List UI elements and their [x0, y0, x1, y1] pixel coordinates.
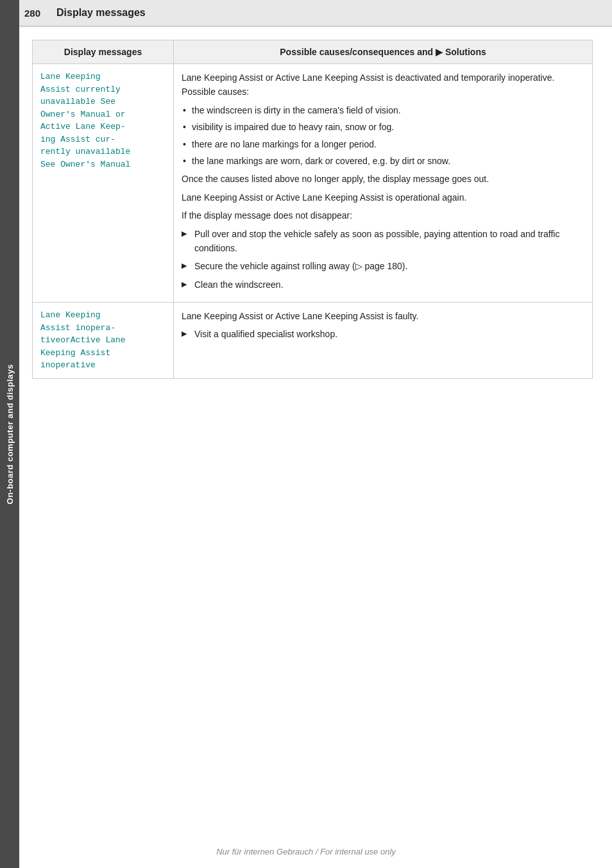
causes-para1: Once the causes listed above no longer a…: [182, 172, 584, 186]
display-message-text: Lane KeepingAssist inopera-tiveorActive …: [40, 310, 126, 370]
display-message-cell: Lane KeepingAssist inopera-tiveorActive …: [33, 303, 174, 379]
header-title: Display messages: [56, 7, 146, 19]
causes-arrow-list: Pull over and stop the vehicle safely as…: [182, 227, 584, 292]
list-item: Secure the vehicle against rolling away …: [182, 259, 584, 273]
list-item: there are no lane markings for a longer …: [182, 137, 584, 151]
main-wrapper: 280 Display messages Display messages Po…: [19, 0, 612, 392]
causes-cell: Lane Keeping Assist or Active Lane Keepi…: [174, 303, 593, 379]
causes-para3: If the display message does not disappea…: [182, 208, 584, 222]
list-item: Visit a qualified specialist workshop.: [182, 327, 584, 341]
causes-intro: Lane Keeping Assist or Active Lane Keepi…: [182, 71, 584, 99]
list-item: visibility is impaired due to heavy rain…: [182, 120, 584, 134]
causes-arrow-list: Visit a qualified specialist workshop.: [182, 327, 584, 341]
display-message-text: Lane KeepingAssist currentlyunavailable …: [40, 72, 130, 169]
list-item: Pull over and stop the vehicle safely as…: [182, 227, 584, 256]
causes-para2: Lane Keeping Assist or Active Lane Keepi…: [182, 190, 584, 204]
list-item: the windscreen is dirty in the camera's …: [182, 103, 584, 117]
table-header-row: Display messages Possible causes/consequ…: [33, 40, 593, 64]
footer-text: Nur für internen Gebrauch / For internal…: [216, 847, 396, 856]
sidebar-label: On-board computer and displays: [5, 364, 15, 505]
footer: Nur für internen Gebrauch / For internal…: [0, 847, 612, 856]
causes-intro: Lane Keeping Assist or Active Lane Keepi…: [182, 309, 584, 323]
content-area: Display messages Possible causes/consequ…: [19, 27, 612, 392]
table-row: Lane KeepingAssist inopera-tiveorActive …: [33, 303, 593, 379]
causes-bullet-list: the windscreen is dirty in the camera's …: [182, 103, 584, 169]
header-bar: 280 Display messages: [19, 0, 612, 27]
causes-cell: Lane Keeping Assist or Active Lane Keepi…: [174, 64, 593, 303]
data-table: Display messages Possible causes/consequ…: [32, 40, 593, 379]
col-header-display: Display messages: [33, 40, 174, 64]
page-number: 280: [24, 8, 47, 19]
list-item: the lane markings are worn, dark or cove…: [182, 154, 584, 168]
table-row: Lane KeepingAssist currentlyunavailable …: [33, 64, 593, 303]
display-message-cell: Lane KeepingAssist currentlyunavailable …: [33, 64, 174, 303]
col-header-causes: Possible causes/consequences and ▶ Solut…: [174, 40, 593, 64]
sidebar: On-board computer and displays: [0, 0, 19, 868]
list-item: Clean the windscreen.: [182, 278, 584, 292]
